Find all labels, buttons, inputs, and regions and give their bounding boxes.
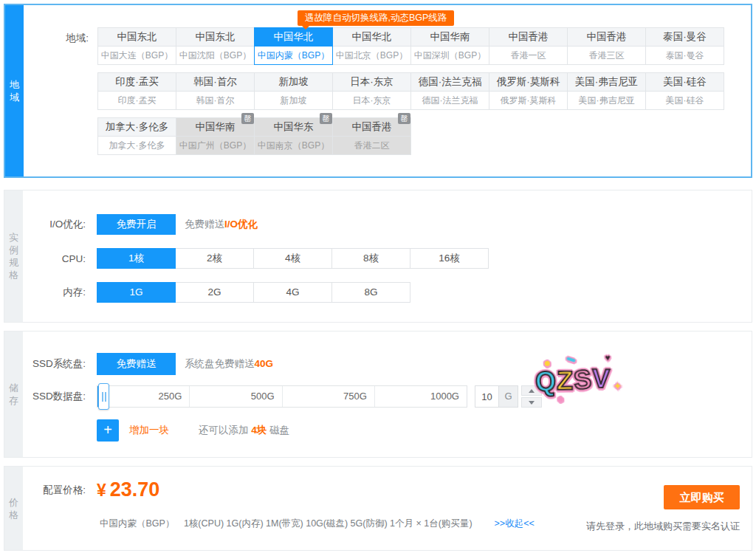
price-content: 配置价格: ¥23.70 中国内蒙（BGP） 1核(CPU) 1G(内存) 1M… [23,467,752,550]
add-disk-note: 还可以添加 4块 磁盘 [199,424,289,437]
collapse-link[interactable]: >>收起<< [495,518,535,530]
sold-out-badge: 罄 [398,113,410,124]
region-row-1: 中国东北 中国大连（BGP） 中国东北 中国沈阳（BGP） 中国华北 中国内蒙（… [97,27,751,65]
region-option-shenyang[interactable]: 中国东北 中国沈阳（BGP） [176,27,255,65]
system-disk-label: SSD系统盘: [23,357,97,371]
region-option-nanjing-soldout[interactable]: 中国华东 中国南京（BGP） 罄 [254,117,333,155]
memory-option-4g[interactable]: 4G [253,282,332,303]
region-option-shenzhen[interactable]: 中国华南 中国深圳（BGP） [410,27,489,65]
region-row-2: 印度·孟买 印度·孟买 韩国·首尔 韩国·首尔 新加坡 新加坡 日本·东京 日本… [97,72,751,110]
region-option-hk2-soldout[interactable]: 中国香港 香港二区 罄 [332,117,411,155]
region-option-guangzhou-soldout[interactable]: 中国华南 中国广州（BGP） 罄 [176,117,255,155]
add-disk-button[interactable]: + [97,419,119,442]
bgp-line-badge: 遇故障自动切换线路,动态BGP线路 [298,10,454,26]
buy-now-button[interactable]: 立即购买 [664,485,740,509]
data-disk-row: SSD数据盘: 250G 500G 750G 1000G G [23,385,752,408]
region-option-beijing[interactable]: 中国华北 中国北京（BGP） [332,27,411,65]
memory-option-1g[interactable]: 1G [97,282,176,303]
cpu-option-4[interactable]: 4核 [253,248,332,269]
cpu-row: CPU: 1核 2核 4核 8核 16核 [23,248,752,269]
memory-label: 内存: [23,286,97,299]
region-sidebar-label: 地域 [9,78,20,103]
region-grid: 中国东北 中国大连（BGP） 中国东北 中国沈阳（BGP） 中国华北 中国内蒙（… [24,5,751,155]
memory-option-8g[interactable]: 8G [331,282,410,303]
disk-size-unit: G [499,385,518,408]
slider-handle[interactable] [98,383,109,410]
cpu-option-8[interactable]: 8核 [331,248,410,269]
disk-size-input[interactable] [475,385,499,408]
system-disk-free-button[interactable]: 免费赠送 [97,353,176,375]
storage-content: SSD系统盘: 免费赠送 系统盘免费赠送40G SSD数据盘: 250G 500… [23,332,752,457]
system-disk-row: SSD系统盘: 免费赠送 系统盘免费赠送40G [23,353,752,375]
vps-config-page: 地域 遇故障自动切换线路,动态BGP线路 地域: 中国东北 中国大连（BGP） … [0,0,756,553]
stepper-down-button[interactable] [521,397,542,408]
arrow-up-icon [529,389,535,393]
region-option-hk3[interactable]: 中国香港 香港三区 [567,27,646,65]
login-required-note: 请先登录，此地域购买需要实名认证 [586,520,740,533]
price-section: 价格 配置价格: ¥23.70 中国内蒙（BGP） 1核(CPU) 1G(内存)… [4,466,752,551]
io-note: 免费赠送I/O优化 [185,218,258,231]
instance-sidebar-label: 实例规格 [8,231,19,281]
add-disk-row: + 增加一块 还可以添加 4块 磁盘 [23,419,752,442]
memory-row: 内存: 1G 2G 4G 8G [23,282,752,303]
sparkle-icon: ✦ [613,380,622,391]
graffiti-watermark: QZSV ♥ ✦ [535,365,611,395]
disk-size-slider[interactable]: 250G 500G 750G 1000G [97,385,467,408]
region-option-moscow[interactable]: 俄罗斯·莫斯科 俄罗斯·莫斯科 [489,72,568,110]
slider-mark-1000g: 1000G [374,386,467,407]
instance-content: I/O优化: 免费开启 免费赠送I/O优化 CPU: 1核 2核 4核 8核 1… [23,190,752,322]
region-row-label: 地域: [24,32,89,45]
storage-section: 储存 SSD系统盘: 免费赠送 系统盘免费赠送40G SSD数据盘: 250G … [4,331,752,458]
region-option-mumbai[interactable]: 印度·孟买 印度·孟买 [97,72,176,110]
cpu-option-2[interactable]: 2核 [175,248,254,269]
region-option-seoul[interactable]: 韩国·首尔 韩国·首尔 [176,72,255,110]
slider-mark-750g: 750G [282,386,374,407]
instance-spec-section: 实例规格 I/O优化: 免费开启 免费赠送I/O优化 CPU: 1核 2核 4核… [4,190,752,323]
region-sidebar-tab: 地域 [5,5,24,176]
price-sidebar-tab: 价格 [4,467,23,550]
arrow-down-icon [529,401,535,405]
region-option-bangkok[interactable]: 泰国·曼谷 泰国·曼谷 [645,27,724,65]
cpu-option-16[interactable]: 16核 [410,248,489,269]
region-option-neimeng-selected[interactable]: 中国华北 中国内蒙（BGP） [254,27,333,65]
price-label: 配置价格: [23,484,97,497]
sold-out-badge: 罄 [241,113,254,124]
config-summary: 中国内蒙（BGP） 1核(CPU) 1G(内存) 1M(带宽) 10G(磁盘) … [100,518,472,530]
cpu-options: 1核 2核 4核 8核 16核 [97,248,489,269]
region-option-toronto[interactable]: 加拿大·多伦多 加拿大·多伦多 [97,117,176,155]
cpu-option-1[interactable]: 1核 [97,248,176,269]
region-option-virginia[interactable]: 美国·弗吉尼亚 美国·弗吉尼亚 [567,72,646,110]
config-price: ¥23.70 [97,478,159,501]
price-sidebar-label: 价格 [8,496,19,521]
region-option-hk1[interactable]: 中国香港 香港一区 [489,27,568,65]
region-option-dalian[interactable]: 中国东北 中国大连（BGP） [97,27,176,65]
currency-symbol: ¥ [97,481,106,500]
region-section: 地域 遇故障自动切换线路,动态BGP线路 地域: 中国东北 中国大连（BGP） … [4,4,752,178]
region-option-singapore[interactable]: 新加坡 新加坡 [254,72,333,110]
region-option-siliconvalley[interactable]: 美国·硅谷 美国·硅谷 [645,72,724,110]
add-disk-label[interactable]: 增加一块 [129,424,169,437]
region-option-frankfurt[interactable]: 德国·法兰克福 德国·法兰克福 [410,72,489,110]
price-row: 配置价格: ¥23.70 [23,478,752,501]
storage-sidebar-label: 储存 [8,382,19,407]
io-enable-button[interactable]: 免费开启 [97,214,176,235]
io-label: I/O优化: [23,218,97,231]
region-content: 遇故障自动切换线路,动态BGP线路 地域: 中国东北 中国大连（BGP） 中国东… [24,5,751,176]
io-row: I/O优化: 免费开启 免费赠送I/O优化 [23,214,752,235]
heart-icon: ♥ [605,353,611,362]
memory-option-2g[interactable]: 2G [175,282,254,303]
memory-options: 1G 2G 4G 8G [97,282,410,303]
system-disk-note: 系统盘免费赠送40G [185,357,273,371]
slider-mark-500g: 500G [189,386,281,407]
data-disk-label: SSD数据盘: [23,390,97,403]
slider-mark-250g: 250G [97,386,189,407]
storage-sidebar-tab: 储存 [4,332,23,457]
instance-sidebar-tab: 实例规格 [4,190,23,322]
sold-out-badge: 罄 [320,113,332,124]
region-row-3: 加拿大·多伦多 加拿大·多伦多 中国华南 中国广州（BGP） 罄 中国华东 中国… [97,117,751,155]
price-amount: 23.70 [110,478,160,501]
cpu-label: CPU: [23,253,97,264]
region-option-tokyo[interactable]: 日本·东京 日本·东京 [332,72,411,110]
